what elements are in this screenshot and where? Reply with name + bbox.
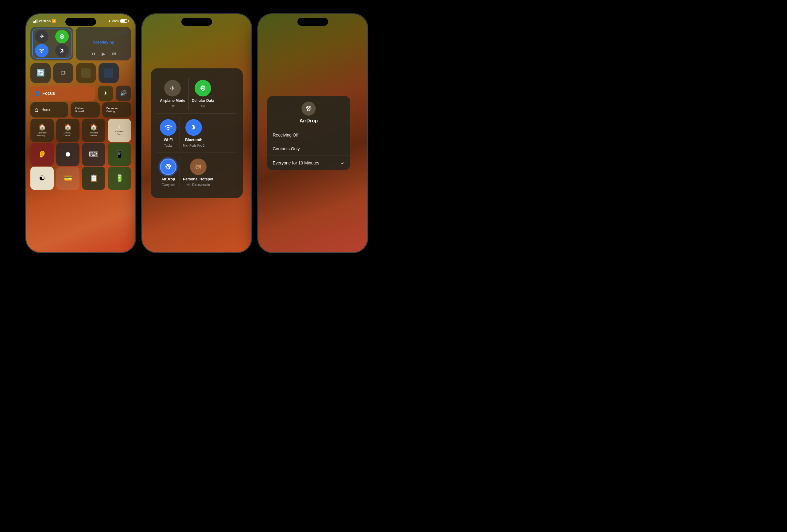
ep-airplane-sublabel: Off (171, 104, 175, 108)
ep-airdrop-sublabel: Everyone (162, 183, 175, 186)
cellular-icon[interactable] (55, 30, 69, 43)
screen-rotate-tile[interactable]: 🔄 (30, 63, 51, 83)
location-icon: ▲ (108, 19, 111, 23)
svg-point-1 (61, 36, 63, 37)
laundry-icon: 🏠 (38, 123, 46, 131)
focus-tile[interactable]: 👤 Focus (30, 86, 95, 101)
status-battery: ▲ 85% (108, 19, 129, 23)
ep-hotspot-label: Personal Hotspot (183, 177, 213, 181)
tile-placeholder-2[interactable] (99, 63, 119, 83)
svg-point-2 (41, 52, 42, 53)
svg-point-5 (168, 129, 169, 130)
battery-pct: 85% (112, 19, 119, 23)
signal-icon (33, 19, 38, 23)
ep-airplane-cell[interactable]: ✈ Airplane Mode Off (157, 74, 189, 113)
calculator-tile[interactable]: ⌨ (82, 143, 105, 166)
kitchen-home-tile[interactable]: KitchenHomeP... (70, 102, 100, 117)
dynamic-island-2 (182, 18, 212, 26)
kitchen-island-tile[interactable]: 🏠 KitchenIsland (82, 119, 105, 142)
cc-row-connectivity: ✈ (30, 27, 131, 61)
ep-cellular-cell[interactable]: Cellular Data On (189, 74, 217, 113)
kitchen-island-label: KitchenIsland (90, 132, 98, 137)
carrier-name: Verizon (39, 19, 51, 23)
ep-wifi-icon (160, 119, 176, 136)
ep-hotspot-sublabel: Not Discoverable (187, 183, 210, 186)
cc-row-small: 🔄 ⧉ (30, 63, 131, 83)
display-mode-tile[interactable]: ☯ (30, 167, 54, 190)
battery-icon (120, 19, 129, 23)
bedroom-ceiling-label: BedroomCeiling... (107, 107, 118, 113)
ep-cellular-sublabel: On (201, 104, 205, 108)
living-icon: 🏠 (64, 123, 72, 131)
living-christmas-tile[interactable]: 🏠 Living...Christ... (56, 119, 80, 142)
media-controls: ⏮ ▶ ⏭ (80, 51, 127, 57)
phone-1: Verizon 📶 ▲ 85% (25, 14, 136, 253)
phone-3: AirDrop Receiving Off Contacts Only Ever… (257, 14, 368, 253)
ep-wifi-sublabel: Tucks (164, 143, 172, 147)
ep-row-3: AirDrop Everyone Pe (157, 153, 237, 192)
notes-tile[interactable]: 📋 (82, 167, 105, 190)
wifi-status-icon: 📶 (52, 19, 56, 23)
airplane-icon[interactable]: ✈ (35, 30, 48, 43)
status-carrier: Verizon 📶 (33, 19, 56, 23)
dynamic-island-3 (297, 18, 328, 26)
wallet-tile[interactable]: 💳 (56, 167, 80, 190)
bedroom-ceiling-tile[interactable]: BedroomCeiling... (102, 102, 131, 117)
battery-widget-tile[interactable]: 🔋 (108, 167, 131, 190)
ep-hotspot-cell[interactable]: Personal Hotspot Not Discoverable (180, 153, 216, 192)
ep-bluetooth-cell[interactable]: Bluetooth MichPods Pro 2 (180, 113, 208, 153)
connectivity-icons: ✈ (35, 30, 69, 58)
ep-airdrop-icon (160, 158, 176, 175)
svg-point-4 (202, 87, 204, 89)
kitchen-cans-label: KitchenCans (115, 130, 124, 136)
kitchen-home-label: KitchenHomeP... (75, 107, 86, 113)
tile-placeholder-1[interactable] (76, 63, 96, 83)
laundry-label: LaundryBattery... (37, 132, 47, 137)
svg-point-11 (308, 108, 310, 109)
remote-tile[interactable]: 📱 (108, 143, 131, 166)
wifi-icon[interactable] (35, 44, 48, 58)
bluetooth-icon[interactable] (55, 44, 69, 58)
airdrop-everyone-checkmark: ✓ (341, 160, 345, 166)
ep-airplane-label: Airplane Mode (160, 98, 185, 103)
ep-airplane-icon: ✈ (164, 80, 181, 96)
kitchen-island-icon: 🏠 (90, 123, 98, 131)
focus-icon: 👤 (35, 91, 40, 96)
rewind-icon[interactable]: ⏮ (90, 51, 95, 57)
expanded-control-panel: ✈ Airplane Mode Off (151, 68, 243, 198)
cc-bottom-grid: ☯ 💳 📋 🔋 (26, 167, 135, 190)
airdrop-option-contacts[interactable]: Contacts Only (267, 142, 350, 156)
svg-point-7 (168, 166, 169, 167)
laundry-battery-tile[interactable]: 🏠 LaundryBattery... (30, 119, 54, 142)
airdrop-menu-header: AirDrop (267, 96, 350, 128)
airdrop-option-everyone[interactable]: Everyone for 10 Minutes ✓ (267, 156, 350, 170)
airdrop-menu-icon (302, 102, 316, 116)
home-app-row: ⌂ Home KitchenHomeP... BedroomCeiling... (26, 102, 135, 117)
home-tile[interactable]: ⌂ Home (30, 102, 68, 117)
airdrop-submenu: AirDrop Receiving Off Contacts Only Ever… (267, 96, 350, 170)
screen-mirror-tile[interactable]: ⧉ (53, 63, 73, 83)
focus-label: Focus (42, 91, 55, 96)
home-label: Home (41, 108, 51, 112)
tile-not-playing[interactable]: ⬛ Not Playing ⏮ ▶ ⏭ (76, 27, 131, 61)
ep-airdrop-label: AirDrop (162, 177, 175, 181)
kitchen-cans-tile[interactable]: ✳ KitchenCans (108, 119, 131, 142)
tile-connectivity[interactable]: ✈ (30, 27, 73, 61)
svg-point-9 (198, 166, 199, 167)
airdrop-contacts-label: Contacts Only (273, 146, 300, 151)
volume-tile[interactable]: 🔊 (116, 86, 131, 101)
hearing-tile[interactable]: 👂 (30, 143, 54, 166)
ep-wifi-label: Wi-Fi (164, 137, 172, 142)
play-icon[interactable]: ▶ (102, 51, 105, 57)
screen-record-tile[interactable]: ⏺ (56, 143, 80, 166)
phone-2: ✈ Airplane Mode Off (142, 14, 252, 253)
ep-wifi-cell[interactable]: Wi-Fi Tucks (157, 113, 179, 153)
brightness-tile[interactable]: ☀ (98, 86, 113, 101)
airdrop-menu-title: AirDrop (300, 118, 318, 124)
ep-bluetooth-label: Bluetooth (185, 137, 202, 142)
fastforward-icon[interactable]: ⏭ (111, 51, 116, 57)
airdrop-option-off[interactable]: Receiving Off (267, 128, 350, 142)
ep-cellular-label: Cellular Data (192, 98, 214, 103)
living-label: Living...Christ... (64, 132, 72, 137)
ep-airdrop-cell[interactable]: AirDrop Everyone (157, 153, 179, 192)
